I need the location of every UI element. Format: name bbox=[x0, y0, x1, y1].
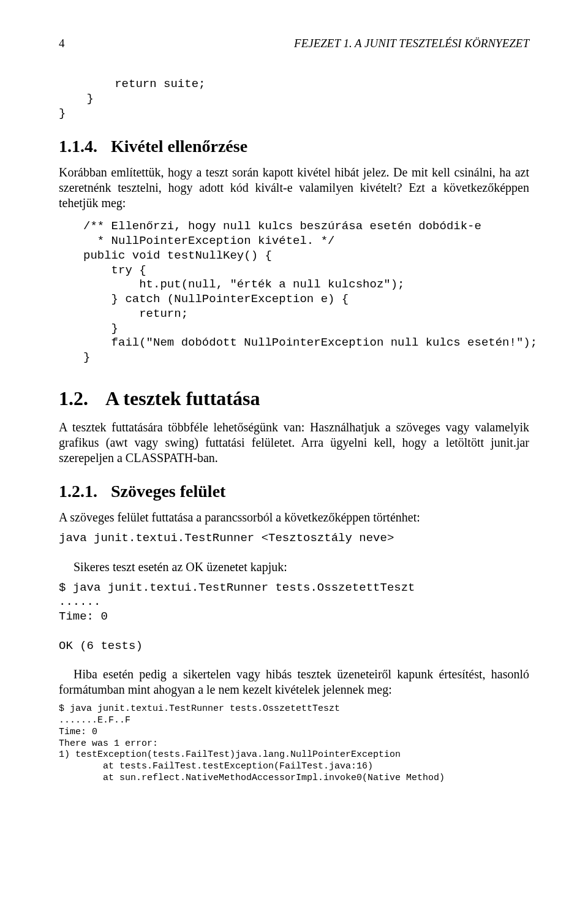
heading-1-2: 1.2.A tesztek futtatása bbox=[59, 387, 529, 410]
heading-title: Kivétel ellenőrzése bbox=[111, 137, 247, 156]
para-121-2: Sikeres teszt esetén az OK üzenetet kapj… bbox=[59, 559, 529, 575]
page-number: 4 bbox=[59, 37, 65, 50]
para-121-1: A szöveges felület futtatása a parancsso… bbox=[59, 510, 529, 525]
code-intro: return suite; } } bbox=[59, 77, 529, 121]
heading-number: 1.2.1. bbox=[59, 482, 97, 501]
code-114: /** Ellenőrzi, hogy null kulcs beszúrása… bbox=[83, 219, 529, 365]
page-header: 4 FEJEZET 1. A JUNIT TESZTELÉSI KÖRNYEZE… bbox=[59, 37, 529, 50]
para-121-3: Hiba esetén pedig a sikertelen vagy hibá… bbox=[59, 667, 529, 697]
heading-1-1-4: 1.1.4.Kivétel ellenőrzése bbox=[59, 137, 529, 156]
para-12: A tesztek futtatására többféle lehetőség… bbox=[59, 420, 529, 466]
page: 4 FEJEZET 1. A JUNIT TESZTELÉSI KÖRNYEZE… bbox=[0, 0, 588, 821]
code-121-2: $ java junit.textui.TestRunner tests.Oss… bbox=[59, 581, 529, 654]
heading-title: A tesztek futtatása bbox=[105, 387, 260, 409]
code-121-3: $ java junit.textui.TestRunner tests.Oss… bbox=[59, 703, 529, 784]
running-head: FEJEZET 1. A JUNIT TESZTELÉSI KÖRNYEZET bbox=[294, 37, 529, 50]
para-114: Korábban említettük, hogy a teszt során … bbox=[59, 165, 529, 211]
heading-title: Szöveges felület bbox=[111, 482, 225, 501]
code-121-1: java junit.textui.TestRunner <Tesztosztá… bbox=[59, 531, 529, 546]
heading-number: 1.1.4. bbox=[59, 137, 97, 156]
heading-1-2-1: 1.2.1.Szöveges felület bbox=[59, 482, 529, 501]
heading-number: 1.2. bbox=[59, 387, 88, 409]
